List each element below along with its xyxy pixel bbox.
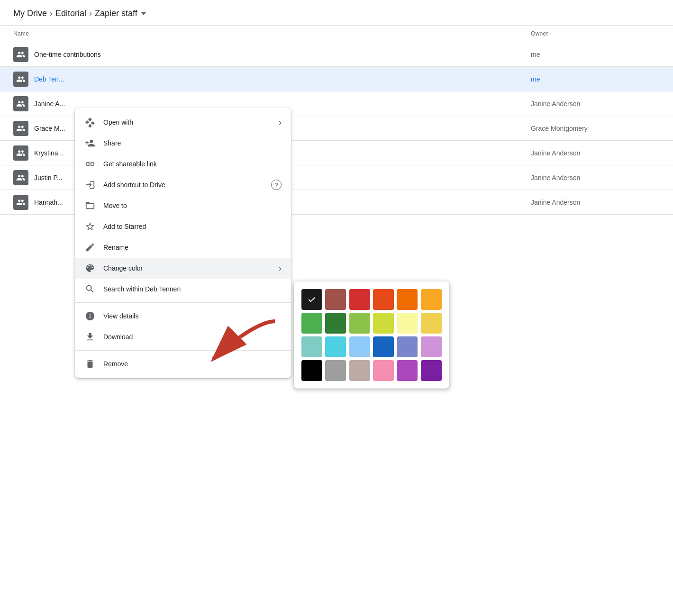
- share-icon: [84, 137, 96, 149]
- color-swatch[interactable]: [325, 313, 346, 334]
- color-swatch[interactable]: [397, 289, 418, 310]
- folder-icon: [13, 47, 28, 62]
- table-row[interactable]: Deb Ten...me: [0, 67, 673, 91]
- file-name: Grace M...: [34, 125, 65, 132]
- folder-icon: [13, 145, 28, 161]
- menu-item-search_within[interactable]: Search within Deb Tennen: [75, 279, 291, 299]
- file-name: Krystina...: [34, 149, 64, 157]
- color-swatch[interactable]: [397, 360, 418, 381]
- color-swatch[interactable]: [421, 289, 442, 310]
- menu-item-add_starred[interactable]: Add to Starred: [75, 216, 291, 237]
- color-swatch[interactable]: [397, 313, 418, 334]
- file-owner: Janine Anderson: [531, 141, 673, 165]
- menu-item-rename[interactable]: Rename: [75, 237, 291, 258]
- file-owner: Janine Anderson: [531, 91, 673, 116]
- menu-item-view_details[interactable]: View details: [75, 306, 291, 326]
- color-swatch[interactable]: [373, 289, 394, 310]
- menu-item-get_shareable[interactable]: Get shareable link: [75, 154, 291, 174]
- color-swatch[interactable]: [373, 360, 394, 381]
- menu-item-label: Rename: [103, 244, 282, 251]
- file-owner: me: [531, 42, 673, 67]
- search-icon: [84, 283, 96, 295]
- color-swatch[interactable]: [373, 313, 394, 334]
- folder-icon: [13, 121, 28, 136]
- menu-item-move_to[interactable]: Move to: [75, 195, 291, 216]
- color-swatch[interactable]: [325, 289, 346, 310]
- folder-icon: [13, 195, 28, 210]
- file-owner: me: [531, 67, 673, 91]
- move-icon: [84, 200, 96, 211]
- breadcrumb-root[interactable]: My Drive: [13, 9, 47, 18]
- file-name-cell: Deb Ten...: [0, 67, 531, 91]
- col-owner: Owner: [531, 26, 673, 42]
- submenu-arrow-icon: ›: [279, 263, 282, 273]
- color-swatch[interactable]: [349, 360, 370, 381]
- color-swatch[interactable]: [301, 336, 322, 357]
- breadcrumb-middle[interactable]: Editorial: [55, 9, 86, 18]
- color-swatch[interactable]: [421, 360, 442, 381]
- menu-item-open_with[interactable]: Open with›: [75, 112, 291, 133]
- breadcrumb-current[interactable]: Zapier staff: [95, 9, 146, 18]
- file-name-cell: One-time contributions: [0, 42, 531, 67]
- menu-item-share[interactable]: Share: [75, 133, 291, 154]
- menu-item-label: Get shareable link: [103, 160, 282, 168]
- rename-icon: [84, 242, 96, 253]
- menu-item-label: Add shortcut to Drive: [103, 181, 264, 189]
- menu-item-change_color[interactable]: Change color›: [75, 258, 291, 279]
- menu-item-label: Share: [103, 139, 282, 147]
- table-row[interactable]: One-time contributionsme: [0, 42, 673, 67]
- color-swatch[interactable]: [301, 313, 322, 334]
- color-swatch[interactable]: [301, 289, 322, 310]
- file-name: Justin P...: [34, 174, 63, 181]
- menu-divider: [75, 350, 291, 351]
- color-picker: [294, 281, 449, 389]
- color-swatch[interactable]: [349, 313, 370, 334]
- menu-item-label: Change color: [103, 264, 271, 272]
- color-swatch[interactable]: [421, 336, 442, 357]
- color-swatch[interactable]: [301, 360, 322, 381]
- submenu-arrow-icon: ›: [279, 118, 282, 127]
- folder-icon: [13, 170, 28, 185]
- menu-item-label: View details: [103, 312, 282, 320]
- color-swatch[interactable]: [421, 313, 442, 334]
- download-icon: [84, 331, 96, 343]
- file-name: Janine A...: [34, 100, 65, 108]
- menu-item-label: Move to: [103, 202, 282, 209]
- file-name: Hannah...: [34, 199, 63, 206]
- color-swatch[interactable]: [397, 336, 418, 357]
- color-swatch[interactable]: [373, 336, 394, 357]
- file-owner: Janine Anderson: [531, 190, 673, 215]
- color-grid: [301, 289, 442, 381]
- color-swatch[interactable]: [349, 289, 370, 310]
- info-icon: [84, 310, 96, 322]
- trash-icon: [84, 358, 96, 370]
- breadcrumb: My Drive › Editorial › Zapier staff: [0, 0, 673, 26]
- link-icon: [84, 158, 96, 170]
- chevron-down-icon: [141, 12, 146, 15]
- color-swatch[interactable]: [349, 336, 370, 357]
- menu-item-label: Add to Starred: [103, 223, 282, 230]
- menu-item-download[interactable]: Download: [75, 326, 291, 347]
- menu-item-label: Remove: [103, 360, 282, 368]
- menu-item-label: Search within Deb Tennen: [103, 285, 282, 293]
- color-swatch[interactable]: [325, 360, 346, 381]
- context-menu: Open with›ShareGet shareable linkAdd sho…: [75, 108, 291, 378]
- breadcrumb-sep1: ›: [50, 9, 53, 18]
- file-owner: Grace Montgomery: [531, 116, 673, 141]
- file-name: Deb Ten...: [34, 75, 64, 83]
- star-icon: [84, 221, 96, 232]
- shortcut-icon: [84, 179, 96, 190]
- col-name: Name: [0, 26, 531, 42]
- file-owner: Janine Anderson: [531, 165, 673, 190]
- palette-icon: [84, 263, 96, 274]
- menu-item-remove[interactable]: Remove: [75, 353, 291, 374]
- menu-divider: [75, 302, 291, 303]
- folder-icon: [13, 72, 28, 87]
- color-swatch[interactable]: [325, 336, 346, 357]
- open-with-icon: [84, 117, 96, 128]
- menu-item-label: Open with: [103, 118, 271, 126]
- folder-icon: [13, 96, 28, 111]
- menu-item-add_shortcut[interactable]: Add shortcut to Drive?: [75, 174, 291, 195]
- file-name: One-time contributions: [34, 51, 101, 58]
- menu-item-label: Download: [103, 333, 282, 341]
